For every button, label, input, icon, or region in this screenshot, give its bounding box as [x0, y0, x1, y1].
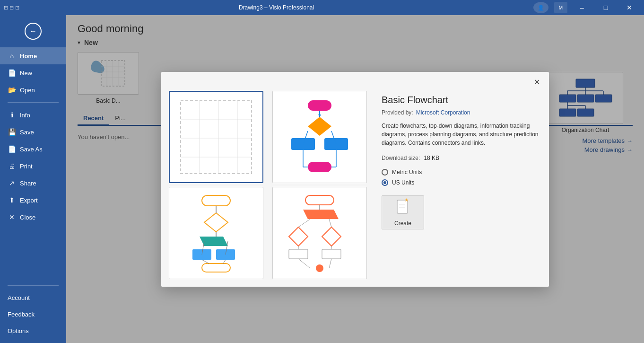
close-doc-icon: ✕	[8, 213, 16, 221]
sidebar-print-label: Print	[20, 163, 33, 170]
sidebar-saveas-label: Save As	[20, 146, 43, 153]
template-grid	[169, 91, 372, 279]
sidebar-item-print[interactable]: 🖨 Print	[0, 158, 66, 175]
minimize-button[interactable]: –	[571, 0, 593, 15]
download-size-label: Download size:	[382, 155, 420, 161]
saveas-icon: 📄	[8, 145, 16, 153]
sidebar-item-open-label: Open	[20, 87, 35, 94]
close-window-button[interactable]: ✕	[618, 0, 640, 15]
share-icon: ↗	[8, 179, 16, 187]
new-doc-icon: 📄	[8, 69, 16, 77]
sidebar-close-label: Close	[20, 214, 35, 221]
svg-rect-68	[397, 200, 408, 213]
template-grid-item-1[interactable]	[169, 91, 263, 183]
sidebar-item-share[interactable]: ↗ Share	[0, 175, 66, 192]
svg-marker-55	[303, 210, 339, 219]
metric-units-option[interactable]: Metric Units	[382, 169, 541, 176]
svg-marker-32	[318, 114, 321, 117]
svg-rect-61	[289, 249, 308, 259]
svg-line-53	[223, 260, 226, 264]
modal-description: Create flowcharts, top-down diagrams, in…	[382, 122, 541, 147]
metric-units-label: Metric Units	[392, 169, 422, 176]
sidebar-info-label: Info	[20, 112, 30, 119]
template-grid-item-3[interactable]	[169, 187, 263, 279]
svg-rect-62	[322, 249, 341, 259]
modal-body: Basic Flowchart Provided by: Microsoft C…	[161, 91, 549, 287]
detail-panel: Basic Flowchart Provided by: Microsoft C…	[382, 91, 541, 279]
save-icon: 💾	[8, 128, 16, 136]
provided-by-label: Provided by:	[382, 109, 413, 116]
us-radio-circle	[382, 179, 388, 186]
print-icon: 🖨	[8, 162, 16, 170]
modal-close-button[interactable]: ✕	[530, 76, 543, 89]
modal-header: ✕	[161, 72, 549, 91]
titlebar-left-icons: ⊞ ⊟ ⊡	[4, 5, 19, 11]
svg-marker-30	[308, 117, 331, 136]
sidebar-item-feedback[interactable]: Feedback	[0, 306, 66, 323]
sidebar-item-open[interactable]: 📂 Open	[0, 81, 66, 98]
create-button-label: Create	[394, 220, 411, 227]
svg-point-63	[316, 264, 323, 272]
template-grid-item-4[interactable]	[272, 187, 367, 279]
svg-line-52	[202, 260, 209, 264]
template-grid-item-2[interactable]	[272, 91, 367, 183]
app-body: ← ⌂ Home 📄 New 📂 Open ℹ Info 💾 Save 📄 Sa…	[0, 15, 644, 343]
svg-line-66	[298, 259, 310, 268]
sidebar-item-new-label: New	[20, 70, 32, 77]
svg-rect-54	[305, 195, 334, 205]
create-doc-icon	[395, 198, 410, 215]
us-radio-dot	[383, 181, 386, 184]
sidebar: ← ⌂ Home 📄 New 📂 Open ℹ Info 💾 Save 📄 Sa…	[0, 15, 66, 343]
us-units-option[interactable]: US Units	[382, 179, 541, 186]
back-button[interactable]: ←	[25, 23, 42, 40]
modal-overlay[interactable]: ✕	[66, 15, 644, 343]
units-radio-group: Metric Units US Units	[382, 169, 541, 186]
sidebar-options-label: Options	[8, 327, 29, 334]
svg-marker-57	[289, 227, 308, 246]
sidebar-item-account[interactable]: Account	[0, 290, 66, 306]
modal-provided-by: Provided by: Microsoft Corporation	[382, 109, 541, 116]
template-preview-1-svg	[174, 96, 259, 178]
export-icon: ⬆	[8, 196, 16, 204]
sidebar-item-options[interactable]: Options	[0, 323, 66, 339]
svg-line-60	[329, 219, 331, 227]
modal-download-size: Download size: 18 KB	[382, 155, 541, 161]
info-icon: ℹ	[8, 111, 16, 119]
template-preview-2-svg	[277, 96, 362, 178]
svg-rect-37	[308, 162, 331, 172]
svg-marker-58	[322, 227, 341, 246]
sidebar-item-info[interactable]: ℹ Info	[0, 106, 66, 123]
open-folder-icon: 📂	[8, 86, 16, 94]
sidebar-divider-1	[8, 102, 59, 103]
template-preview-3-svg	[174, 192, 259, 274]
sidebar-item-saveas[interactable]: 📄 Save As	[0, 141, 66, 158]
sidebar-save-label: Save	[20, 129, 34, 136]
sidebar-item-home[interactable]: ⌂ Home	[0, 47, 66, 64]
sidebar-item-export[interactable]: ⬆ Export	[0, 192, 66, 209]
maximize-button[interactable]: □	[595, 0, 617, 15]
us-units-label: US Units	[392, 179, 414, 186]
sidebar-item-save[interactable]: 💾 Save	[0, 123, 66, 141]
create-button[interactable]: Create	[382, 195, 424, 229]
malavida-badge: M	[554, 2, 567, 13]
app-icons: ⊞ ⊟ ⊡	[4, 5, 19, 11]
sidebar-footer: Account Feedback Options	[0, 281, 66, 343]
create-icon	[395, 198, 410, 218]
sidebar-item-close[interactable]: ✕ Close	[0, 209, 66, 226]
modal-template-title: Basic Flowchart	[382, 95, 541, 106]
titlebar-right: 👤 M – □ ✕	[533, 0, 640, 15]
svg-line-67	[329, 259, 331, 268]
provider-name: Microsoft Corporation	[416, 109, 470, 116]
sidebar-divider-2	[8, 285, 59, 286]
download-size-value: 18 KB	[424, 155, 439, 161]
sidebar-item-new[interactable]: 📄 New	[0, 64, 66, 81]
svg-rect-42	[202, 195, 230, 206]
svg-marker-43	[204, 213, 228, 232]
main-content: Good morning ▾ New	[66, 15, 644, 343]
svg-rect-49	[202, 264, 230, 272]
sidebar-feedback-label: Feedback	[8, 311, 35, 318]
metric-radio-circle	[382, 169, 388, 176]
sidebar-item-home-label: Home	[20, 53, 37, 60]
modal-dialog: ✕	[161, 72, 549, 287]
template-preview-4-svg	[277, 192, 362, 274]
